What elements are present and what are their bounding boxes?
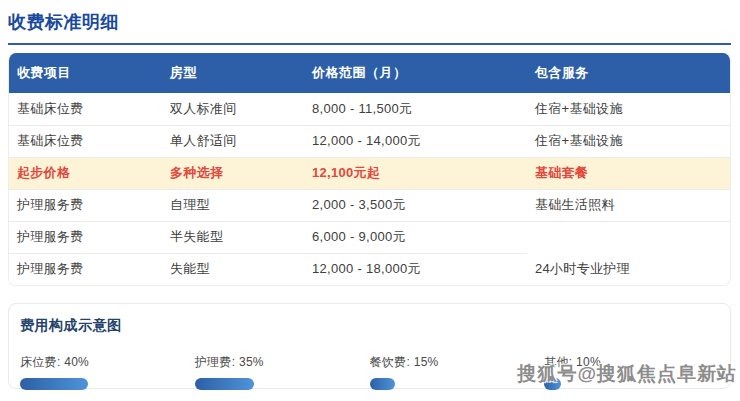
fee-table: 收费项目 房型 价格范围（月） 包含服务 基础床位费 双人标准间 8,000 -… <box>8 53 731 286</box>
cell-price-range: 8,000 - 11,500元 <box>304 93 527 125</box>
chart-label: 护理费: 35% <box>195 354 370 371</box>
cell-fee-item: 护理服务费 <box>9 221 162 253</box>
cell-room-type: 单人舒适间 <box>162 125 304 157</box>
chart-label: 床位费: 40% <box>20 354 195 371</box>
chart-item-care-fee: 护理费: 35% <box>195 354 370 390</box>
cell-fee-item: 护理服务费 <box>9 253 162 285</box>
cell-included-services: 住宿+基础设施 <box>527 93 730 125</box>
table-row: 护理服务费 失能型 12,000 - 18,000元 24小时专业护理 <box>9 253 730 285</box>
cell-fee-item: 基础床位费 <box>9 125 162 157</box>
cell-included-services-empty <box>527 221 730 253</box>
chart-bar <box>370 378 396 390</box>
table-row: 基础床位费 单人舒适间 12,000 - 14,000元 住宿+基础设施 <box>9 125 730 157</box>
chart-bar <box>20 378 88 390</box>
table-row-highlighted: 起步价格 多种选择 12,100元起 基础套餐 <box>9 157 730 189</box>
table-row: 护理服务费 自理型 2,000 - 3,500元 基础生活照料 <box>9 189 730 221</box>
page-title: 收费标准明细 <box>8 10 731 34</box>
col-header-fee-item: 收费项目 <box>9 53 162 93</box>
table-header-row: 收费项目 房型 价格范围（月） 包含服务 <box>9 53 730 93</box>
chart-item-bed-fee: 床位费: 40% <box>20 354 195 390</box>
cell-included-services: 基础套餐 <box>527 157 730 189</box>
chart-bar <box>195 378 255 390</box>
cell-room-type: 半失能型 <box>162 221 304 253</box>
col-header-price-range: 价格范围（月） <box>304 53 527 93</box>
cell-included-services: 24小时专业护理 <box>527 253 730 285</box>
fee-composition-title: 费用构成示意图 <box>20 317 719 335</box>
table-row: 基础床位费 双人标准间 8,000 - 11,500元 住宿+基础设施 <box>9 93 730 125</box>
col-header-room-type: 房型 <box>162 53 304 93</box>
col-header-included-services: 包含服务 <box>527 53 730 93</box>
cell-price-range: 12,000 - 14,000元 <box>304 125 527 157</box>
cell-price-range: 6,000 - 9,000元 <box>304 221 527 253</box>
cell-price-range: 12,000 - 18,000元 <box>304 253 527 285</box>
cell-room-type: 自理型 <box>162 189 304 221</box>
cell-price-range: 12,100元起 <box>304 157 527 189</box>
table-row: 护理服务费 半失能型 6,000 - 9,000元 <box>9 221 730 253</box>
cell-fee-item: 基础床位费 <box>9 93 162 125</box>
cell-room-type: 双人标准间 <box>162 93 304 125</box>
cell-fee-item: 起步价格 <box>9 157 162 189</box>
title-divider <box>8 43 731 45</box>
cell-fee-item: 护理服务费 <box>9 189 162 221</box>
cell-included-services: 基础生活照料 <box>527 189 730 221</box>
cell-room-type: 多种选择 <box>162 157 304 189</box>
cell-room-type: 失能型 <box>162 253 304 285</box>
cell-included-services: 住宿+基础设施 <box>527 125 730 157</box>
cell-price-range: 2,000 - 3,500元 <box>304 189 527 221</box>
fee-detail-page: 收费标准明细 收费项目 房型 价格范围（月） 包含服务 基础床位费 双人标准间 … <box>0 0 740 389</box>
sohu-watermark: 搜狐号@搜狐焦点阜新站 <box>517 361 737 387</box>
